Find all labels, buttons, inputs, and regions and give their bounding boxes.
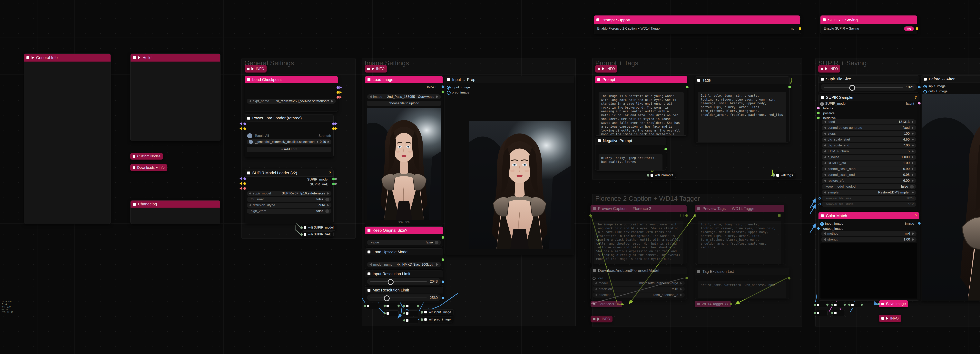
widget-row[interactable]: seed131313 <box>822 120 916 124</box>
collapse-arrow-icon[interactable] <box>825 67 827 70</box>
collapse-square-icon[interactable] <box>597 18 599 21</box>
next-arrow-icon[interactable] <box>912 191 914 194</box>
input-image-radio[interactable] <box>923 85 927 88</box>
collapse-square-icon[interactable] <box>924 78 927 81</box>
collapse-square-icon[interactable] <box>424 311 427 313</box>
prev-arrow-icon[interactable] <box>595 282 597 285</box>
refresh-icon[interactable]: ⟳ <box>725 302 729 306</box>
model-output-dot-icon[interactable] <box>337 86 339 89</box>
node-info-save[interactable]: INFO <box>879 314 901 322</box>
next-arrow-icon[interactable] <box>912 174 914 176</box>
input-image-radio[interactable] <box>820 222 824 226</box>
node-wifi-input-image[interactable]: wifi input_image <box>422 309 454 315</box>
next-arrow-icon[interactable] <box>912 132 914 135</box>
tags-preview-text[interactable]: 1girl, solo, long_hair, breasts, looking… <box>698 221 781 264</box>
collapse-square-icon[interactable] <box>593 207 596 210</box>
image-output-dot-icon[interactable] <box>918 222 921 225</box>
mini-node[interactable] <box>815 310 827 316</box>
collapse-square-icon[interactable] <box>387 305 389 307</box>
collapse-square-icon[interactable] <box>304 226 306 229</box>
widget-row[interactable]: samplerRestoreEDMSampler <box>822 190 916 195</box>
slider-knob[interactable] <box>849 85 855 91</box>
collapse-arrow-icon[interactable] <box>597 317 600 321</box>
int-output-dot-icon[interactable] <box>442 297 444 299</box>
node-max-resolution-limit[interactable]: Max Resolution Limit 2560 <box>365 287 443 303</box>
toggle-knob[interactable] <box>325 198 329 201</box>
vae-input-dot-icon[interactable] <box>243 187 246 190</box>
collapse-square-icon[interactable] <box>247 78 250 81</box>
collapse-square-icon[interactable] <box>697 270 700 273</box>
mini-node[interactable] <box>385 311 399 316</box>
string-output-dot-icon[interactable] <box>665 148 667 150</box>
supir-model-input-radio[interactable] <box>820 102 824 106</box>
collapse-square-icon[interactable] <box>776 174 779 177</box>
negative-prompt-textarea[interactable]: blurry, noisy, jpeg artifacts, bad quali… <box>598 154 662 170</box>
widget-row[interactable]: sampler_tile_stride512 <box>822 202 916 207</box>
clip-input-dot-icon[interactable] <box>243 128 246 130</box>
node-keep-original-size[interactable]: Keep Original Size? valuefalse <box>365 226 443 247</box>
toggle-knob[interactable] <box>435 241 439 244</box>
node-input-prep-switch[interactable]: Input ↔ Prep input_image prep_image <box>444 76 574 255</box>
next-arrow-icon[interactable] <box>912 138 914 141</box>
widget-row[interactable]: keep_model_loadedfalse <box>822 184 916 189</box>
next-arrow-icon[interactable] <box>912 121 914 123</box>
widget-row[interactable]: high_vramfalse <box>247 209 331 214</box>
collapse-square-icon[interactable] <box>821 96 824 99</box>
collapse-square-icon[interactable] <box>424 318 427 321</box>
collapse-square-icon[interactable] <box>406 312 409 314</box>
next-arrow-icon[interactable] <box>912 150 914 153</box>
collapse-square-icon[interactable] <box>821 78 824 81</box>
tags-textarea[interactable]: 1girl, solo, long_hair, breasts, looking… <box>698 92 786 142</box>
prev-arrow-icon[interactable] <box>824 191 826 194</box>
mini-node[interactable] <box>365 303 379 309</box>
widget-row[interactable]: control_scale_end0.98 <box>822 172 916 177</box>
mini-node[interactable] <box>404 317 418 324</box>
bool-output-dot-icon[interactable] <box>442 236 444 239</box>
prev-arrow-icon[interactable] <box>824 238 826 241</box>
node-hello[interactable]: Hello! <box>130 54 221 141</box>
toggle-knob[interactable] <box>910 185 914 188</box>
output-dot-icon[interactable] <box>621 303 623 305</box>
node-negative-prompt[interactable]: Negative Prompt blurry, noisy, jpeg arti… <box>595 137 666 171</box>
collapse-square-icon[interactable] <box>593 269 596 272</box>
collapse-square-icon[interactable] <box>247 116 250 120</box>
widget-row[interactable]: control_scale_start0.90 <box>822 166 916 172</box>
collapse-square-icon[interactable] <box>406 319 409 322</box>
collapse-square-icon[interactable] <box>133 203 136 206</box>
prev-arrow-icon[interactable] <box>824 121 826 123</box>
collapse-square-icon[interactable] <box>27 56 29 59</box>
next-arrow-icon[interactable] <box>680 282 682 285</box>
strength-increment-icon[interactable] <box>328 141 329 143</box>
mini-node[interactable] <box>832 302 845 308</box>
collapse-square-icon[interactable] <box>881 303 884 305</box>
node-wifi-supir-vae[interactable]: wifi SUPIR_VAE <box>301 231 334 238</box>
upscale-model-output-dot-icon[interactable] <box>442 258 444 261</box>
anything-input-dot-icon[interactable] <box>421 311 423 314</box>
help-badge[interactable]: ? <box>915 214 917 218</box>
collapse-square-icon[interactable] <box>247 68 250 70</box>
node-input-resolution-limit[interactable]: Input Resolution Limit 2048 <box>365 271 443 286</box>
image-input-dot-icon[interactable] <box>878 303 880 305</box>
prev-arrow-icon[interactable] <box>595 288 597 290</box>
widget-row[interactable]: s_noise1.000 <box>822 155 916 160</box>
lora-strength[interactable]: 0.40 <box>320 140 326 144</box>
node-tags[interactable]: Tags 1girl, solo, long_hair, breasts, lo… <box>695 77 790 142</box>
mini-node[interactable] <box>385 303 399 309</box>
int-output-dot-icon[interactable] <box>442 281 444 283</box>
collapse-arrow-icon[interactable] <box>602 67 605 70</box>
prev-arrow-icon[interactable] <box>249 204 251 207</box>
node-info-general[interactable]: INFO <box>245 65 267 73</box>
widget-row[interactable]: ckpt_namexl_realvisxlV50_v50vae.safetens… <box>247 99 336 104</box>
collapse-arrow-icon[interactable] <box>251 67 254 70</box>
latent-output-dot-icon[interactable] <box>918 102 921 104</box>
string-output-dot-icon[interactable] <box>686 214 688 217</box>
model-output-dot-icon[interactable] <box>332 123 335 125</box>
collapse-square-icon[interactable] <box>133 155 135 158</box>
negative-input-dot-icon[interactable] <box>817 116 820 119</box>
mini-node[interactable] <box>832 310 845 316</box>
string-input-dot-icon[interactable] <box>589 214 592 217</box>
collapse-square-icon[interactable] <box>368 250 371 254</box>
prev-arrow-icon[interactable] <box>824 132 826 135</box>
resolution-slider[interactable]: 2048 <box>367 278 441 285</box>
widget-row[interactable]: model_name4x_NMKD-Siax_200k.pth <box>367 262 441 267</box>
